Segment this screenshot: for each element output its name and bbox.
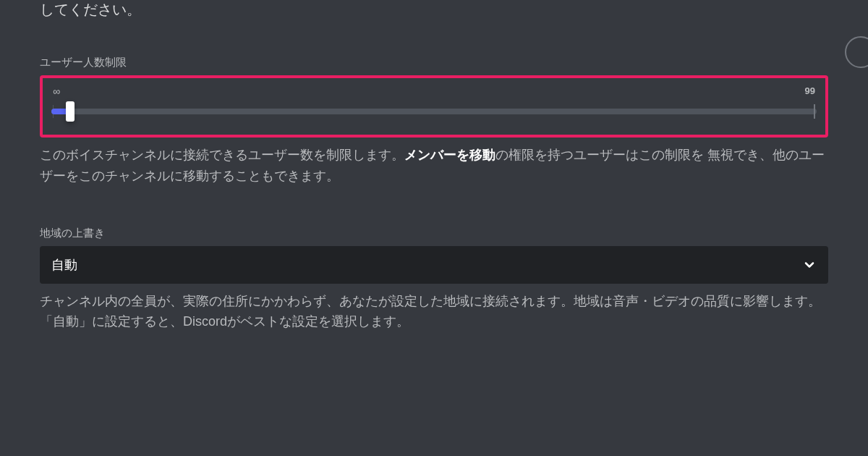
user-limit-description: このボイスチャンネルに接続できるユーザー数を制限します。メンバーを移動の権限を持… [40,145,828,187]
chevron-down-icon [802,258,817,272]
desc-part1: このボイスチャンネルに接続できるユーザー数を制限します。 [40,148,404,162]
desc-bold: メンバーを移動 [404,148,495,162]
slider-min-label: ∞ [53,85,60,97]
user-limit-highlight-box: ∞ 99 [40,75,828,138]
region-selected-value: 自動 [51,256,77,274]
slider-track [51,109,817,114]
region-dropdown[interactable]: 自動 [40,246,828,284]
user-limit-label: ユーザー人数制限 [40,56,828,69]
slider-max-label: 99 [805,85,815,97]
truncated-header-text: してください。 [40,0,828,20]
user-limit-slider[interactable] [51,101,817,122]
slider-labels: ∞ 99 [51,85,817,97]
region-override-label: 地域の上書き [40,227,828,240]
region-override-section: 地域の上書き 自動 チャンネル内の全員が、実際の住所にかかわらず、あなたが設定し… [40,227,828,333]
slider-tick-end [814,104,815,119]
region-description: チャンネル内の全員が、実際の住所にかかわらず、あなたが設定した地域に接続されます… [40,291,828,333]
slider-thumb[interactable] [66,101,75,122]
